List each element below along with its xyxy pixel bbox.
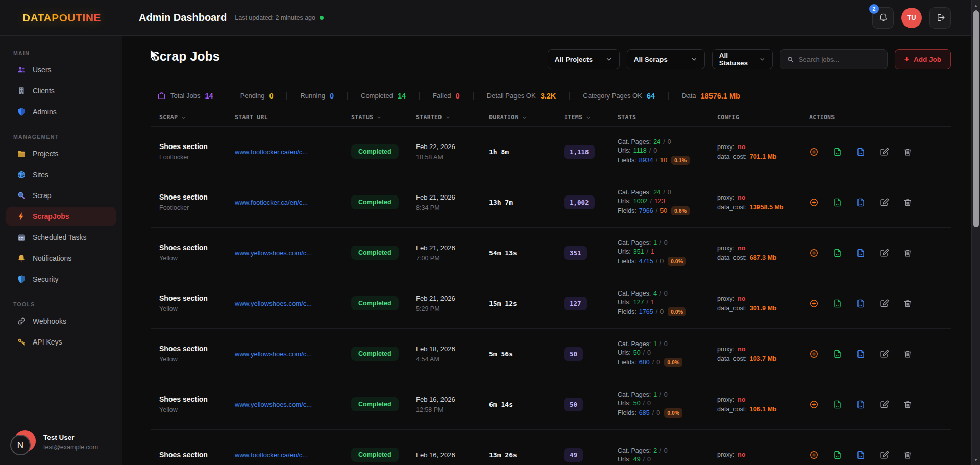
edit-job-button[interactable]: [879, 299, 889, 308]
header-avatar[interactable]: TU: [901, 8, 922, 28]
rerun-job-button[interactable]: [809, 248, 819, 258]
delete-job-button[interactable]: [903, 450, 913, 460]
job-name: Shoes section: [159, 142, 235, 151]
export-csv-button[interactable]: [832, 198, 842, 207]
delete-job-button[interactable]: [903, 299, 913, 308]
export-json-button[interactable]: [856, 400, 866, 409]
edit-icon: [879, 400, 889, 409]
scrollbar-thumb[interactable]: [973, 10, 979, 227]
scroll-down-arrow[interactable]: ▼: [972, 456, 980, 464]
start-url-link[interactable]: www.footlocker.ca/en/c...: [235, 451, 308, 459]
sidebar-item-scrapjobs[interactable]: ScrapJobs: [6, 207, 116, 226]
start-url-link[interactable]: www.yellowshoes.com/c...: [235, 300, 312, 307]
sidebar-item-notifications[interactable]: Notifications: [6, 249, 116, 268]
cat-pages-fail: 0: [664, 239, 668, 247]
sidebar-item-scheduled-tasks[interactable]: Scheduled Tasks: [6, 228, 116, 247]
search-input[interactable]: [799, 56, 881, 63]
project-filter-select[interactable]: All Projects: [548, 49, 620, 69]
sidebar-item-api-keys[interactable]: API Keys: [6, 332, 116, 352]
edit-job-button[interactable]: [879, 400, 889, 409]
export-json-button[interactable]: [856, 147, 866, 157]
rerun-job-button[interactable]: [809, 450, 819, 460]
sidebar-user: N Test User test@example.com: [0, 422, 122, 465]
export-csv-button[interactable]: [832, 450, 842, 460]
export-json-button[interactable]: [856, 450, 866, 460]
column-header-started[interactable]: STARTED: [416, 114, 489, 121]
proxy-value: no: [738, 451, 745, 458]
duration: 15m 12s: [489, 300, 564, 307]
slash: /: [656, 207, 657, 214]
rerun-job-button[interactable]: [809, 349, 819, 359]
page-head: Scrap Jobs All Projects All Scraps All S…: [151, 49, 951, 69]
logout-button[interactable]: [929, 7, 951, 29]
delete-job-button[interactable]: [903, 198, 913, 207]
status-filter-select[interactable]: All Statuses: [712, 49, 773, 69]
delete-job-button[interactable]: [903, 400, 913, 409]
urls-label: Urls:: [618, 456, 631, 463]
stats-cell: Cat. Pages: 24 / 0 Urls: 1118 / 0 Fields…: [618, 137, 717, 166]
column-header-stats: STATS: [618, 114, 717, 121]
export-csv-button[interactable]: [832, 147, 842, 157]
delete-job-button[interactable]: [903, 248, 913, 258]
rerun-job-button[interactable]: [809, 198, 819, 207]
rerun-job-button[interactable]: [809, 299, 819, 308]
delete-job-button[interactable]: [903, 147, 913, 157]
cat-pages-ok: 2: [653, 447, 657, 454]
data-cost-config: data_cost: 103.7 Mb: [717, 355, 809, 362]
rerun-job-button[interactable]: [809, 147, 819, 157]
edit-job-button[interactable]: [879, 248, 889, 258]
start-url-link[interactable]: www.yellowshoes.com/c...: [235, 249, 312, 257]
export-json-button[interactable]: [856, 349, 866, 359]
column-header-label: STATS: [618, 114, 636, 121]
start-url-link[interactable]: www.yellowshoes.com/c...: [235, 401, 312, 408]
data-cost-config: data_cost: 106.1 Mb: [717, 406, 809, 413]
job-site: Footlocker: [159, 154, 235, 161]
export-json-button[interactable]: [856, 299, 866, 308]
edit-job-button[interactable]: [879, 147, 889, 157]
sidebar-item-sites[interactable]: Sites: [6, 165, 116, 184]
column-header-scrap[interactable]: SCRAP: [159, 114, 235, 121]
delete-job-button[interactable]: [903, 349, 913, 359]
start-url-link[interactable]: www.footlocker.ca/en/c...: [235, 199, 308, 206]
cat-pages-stat: Cat. Pages: 24 / 0: [618, 138, 717, 145]
column-header-duration[interactable]: DURATION: [489, 114, 564, 121]
proxy-label: proxy:: [717, 244, 734, 252]
export-json-button[interactable]: [856, 248, 866, 258]
status-cell: Completed: [351, 195, 416, 209]
briefcase-icon: [157, 91, 166, 100]
edit-icon: [879, 248, 889, 258]
sidebar-item-projects[interactable]: Projects: [6, 144, 116, 163]
data-cost-label: data_cost:: [717, 153, 747, 160]
data-cost-label: data_cost:: [717, 204, 747, 211]
scrap-filter-select[interactable]: All Scraps: [627, 49, 705, 69]
file-blue-icon: [856, 400, 866, 409]
edit-job-button[interactable]: [879, 349, 889, 359]
sidebar-item-clients[interactable]: Clients: [6, 81, 116, 101]
urls-label: Urls:: [618, 147, 631, 154]
sidebar-item-admins[interactable]: Admins: [6, 102, 116, 121]
export-json-button[interactable]: [856, 198, 866, 207]
fields-percent-badge: 0.0%: [668, 307, 686, 316]
scroll-up-arrow[interactable]: ▲: [972, 1, 980, 9]
start-url-link[interactable]: www.footlocker.ca/en/c...: [235, 148, 308, 156]
urls-fail: 1: [651, 299, 654, 306]
notifications-button[interactable]: 2: [872, 7, 894, 29]
rerun-job-button[interactable]: [809, 400, 819, 409]
export-csv-button[interactable]: [832, 299, 842, 308]
sidebar-nav: MAINUsersClientsAdminsMANAGEMENTProjects…: [0, 36, 122, 422]
file-green-icon: [832, 299, 842, 308]
export-csv-button[interactable]: [832, 400, 842, 409]
export-csv-button[interactable]: [832, 248, 842, 258]
start-url-link[interactable]: www.yellowshoes.com/c...: [235, 350, 312, 358]
edit-job-button[interactable]: [879, 450, 889, 460]
column-header-status[interactable]: STATUS: [351, 114, 416, 121]
edit-job-button[interactable]: [879, 198, 889, 207]
sidebar-item-webhooks[interactable]: Webhooks: [6, 311, 116, 331]
sidebar-item-scrap[interactable]: Scrap: [6, 186, 116, 205]
export-csv-button[interactable]: [832, 349, 842, 359]
add-job-button[interactable]: + Add Job: [895, 49, 951, 69]
fields-ok: 4715: [639, 258, 653, 265]
sidebar-item-users[interactable]: Users: [6, 60, 116, 80]
column-header-items[interactable]: ITEMS: [564, 114, 618, 121]
sidebar-item-security[interactable]: Security: [6, 270, 116, 289]
